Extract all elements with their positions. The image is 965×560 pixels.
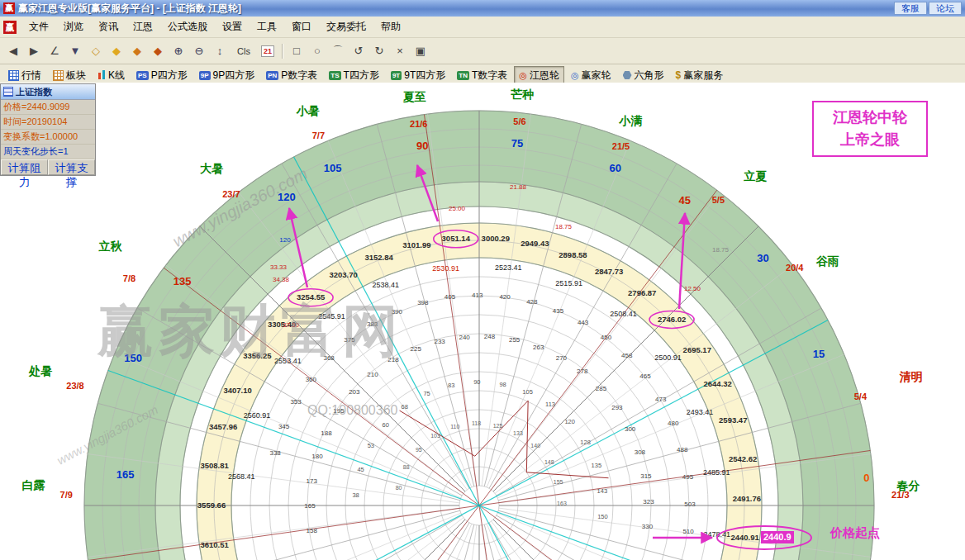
prev-icon[interactable]: ◀ [3, 41, 23, 60]
calc-resistance-button[interactable]: 计算阻力 [1, 159, 48, 175]
cross-tool-icon[interactable]: × [390, 41, 410, 60]
calendar-icon[interactable]: 21 [258, 41, 278, 60]
svg-text:133: 133 [513, 430, 523, 436]
rect-tool-icon[interactable]: □ [287, 41, 307, 60]
svg-text:88: 88 [403, 464, 410, 470]
svg-text:435: 435 [553, 307, 564, 315]
ribbon-hexagon-icon [623, 71, 632, 79]
drawing-toolbar: ◀▶∠▼◇◆◆◆⊕⊖↕Cls21□○⌒↺↻×▣ [0, 38, 965, 64]
svg-text:12.50: 12.50 [684, 285, 701, 292]
diamond-red-icon-glyph: ◆ [154, 45, 162, 57]
svg-text:300: 300 [625, 425, 636, 433]
menu-window[interactable]: 窗口 [284, 17, 319, 36]
svg-text:23/8: 23/8 [66, 381, 83, 391]
chart-area: 2440.912491.762542.622593.472644.322695.… [0, 83, 965, 560]
ribbon-t-table-label: T数字表 [472, 69, 507, 83]
svg-text:3000.29: 3000.29 [482, 234, 510, 243]
svg-text:323: 323 [643, 498, 654, 505]
menu-help[interactable]: 帮助 [373, 17, 408, 36]
price-start-label[interactable]: 价格起点 [830, 525, 880, 541]
svg-text:2542.62: 2542.62 [729, 454, 757, 463]
svg-text:68: 68 [402, 403, 408, 411]
angle-tool-icon[interactable]: ∠ [45, 41, 64, 60]
ribbon-hexagon-label: 六角形 [635, 69, 664, 83]
cls-button-glyph: Cls [237, 46, 250, 56]
funnel-icon[interactable]: ▼ [65, 41, 85, 60]
service-button[interactable]: 客服 [894, 2, 927, 15]
svg-text:3407.10: 3407.10 [223, 386, 251, 395]
circle-tool-icon[interactable]: ○ [307, 41, 327, 60]
svg-text:2538.41: 2538.41 [372, 281, 399, 289]
svg-text:75: 75 [511, 137, 523, 149]
arc-tool-icon[interactable]: ⌒ [328, 41, 348, 60]
zoom-in-icon[interactable]: ⊕ [169, 41, 188, 60]
rotate-ccw-icon[interactable]: ↺ [349, 41, 368, 60]
svg-text:大暑: 大暑 [200, 162, 223, 175]
menu-trading[interactable]: 交易委托 [319, 17, 373, 36]
funnel-icon-glyph: ▼ [70, 45, 81, 57]
svg-text:158: 158 [307, 527, 318, 534]
svg-text:308: 308 [635, 448, 646, 456]
ribbon-9p-square-label: 9P四方形 [213, 69, 255, 83]
svg-text:2949.43: 2949.43 [521, 239, 549, 248]
forum-button[interactable]: 论坛 [929, 2, 962, 15]
svg-text:330: 330 [642, 523, 654, 530]
diamond-red-icon[interactable]: ◆ [148, 41, 168, 60]
menu-gann[interactable]: 江恩 [126, 17, 160, 36]
ribbon-gann-wheel-icon: ◎ [519, 70, 527, 81]
svg-text:90: 90 [473, 378, 480, 386]
svg-text:2491.76: 2491.76 [733, 494, 761, 503]
menu-settings[interactable]: 设置 [215, 17, 250, 36]
ribbon-p-table-label: P数字表 [281, 69, 317, 83]
next-icon[interactable]: ▶ [24, 41, 44, 60]
ribbon-kline-icon [97, 70, 106, 81]
svg-text:405: 405 [444, 293, 456, 301]
ribbon-9p-square-icon: 9P [199, 71, 211, 80]
diamond-outline-icon[interactable]: ◇ [86, 41, 106, 60]
svg-text:2508.41: 2508.41 [610, 310, 637, 318]
svg-text:2695.17: 2695.17 [683, 345, 711, 354]
diamond-orange-icon[interactable]: ◆ [127, 41, 147, 60]
measure-icon[interactable]: ↕ [210, 41, 230, 60]
svg-text:148: 148 [544, 459, 554, 465]
price-start-tag[interactable]: 2440.9 [761, 531, 794, 543]
callout-icon[interactable]: ▣ [411, 41, 430, 60]
annotation-line-1: 江恩轮中轮 [814, 107, 926, 129]
svg-text:3254.55: 3254.55 [297, 292, 326, 301]
menu-info[interactable]: 资讯 [91, 17, 126, 36]
svg-text:428: 428 [526, 298, 538, 306]
menu-stock-picker[interactable]: 公式选股 [160, 17, 215, 36]
svg-text:165: 165 [116, 468, 135, 481]
svg-text:80: 80 [396, 485, 402, 491]
diamond-gold-icon[interactable]: ◆ [107, 41, 126, 60]
svg-text:立夏: 立夏 [743, 169, 767, 183]
svg-text:473: 473 [655, 396, 667, 403]
svg-text:小满: 小满 [618, 114, 642, 127]
svg-text:53: 53 [368, 442, 374, 449]
calc-support-button[interactable]: 计算支撑 [48, 159, 95, 175]
menu-file[interactable]: 文件 [21, 17, 56, 36]
svg-text:465: 465 [639, 373, 651, 380]
menu-tools[interactable]: 工具 [250, 17, 284, 36]
svg-text:353: 353 [290, 398, 302, 406]
prev-icon-glyph: ◀ [9, 45, 17, 57]
svg-text:135: 135 [174, 275, 192, 287]
svg-text:150: 150 [124, 352, 142, 364]
ribbon-t-square-label: T四方形 [344, 69, 379, 83]
cls-button[interactable]: Cls [231, 41, 257, 60]
svg-text:3559.66: 3559.66 [197, 501, 226, 510]
menu-view[interactable]: 浏览 [56, 17, 91, 36]
panel-field-3: 周天变化步长=1 [1, 145, 95, 159]
annotation-note-box[interactable]: 江恩轮中轮 上帝之眼 [812, 101, 928, 157]
svg-text:233: 233 [434, 338, 445, 345]
svg-text:210: 210 [367, 371, 378, 378]
svg-text:7/7: 7/7 [312, 131, 325, 140]
svg-text:218: 218 [387, 356, 399, 363]
ribbon-p-table-icon: PN [266, 71, 278, 80]
rotate-cw-icon[interactable]: ↻ [369, 41, 389, 60]
circle-tool-icon-glyph: ○ [314, 45, 321, 57]
zoom-out-icon[interactable]: ⊖ [189, 41, 209, 60]
svg-text:25.00: 25.00 [449, 205, 466, 212]
cross-tool-icon-glyph: × [397, 45, 403, 57]
svg-text:21.88: 21.88 [510, 183, 527, 191]
